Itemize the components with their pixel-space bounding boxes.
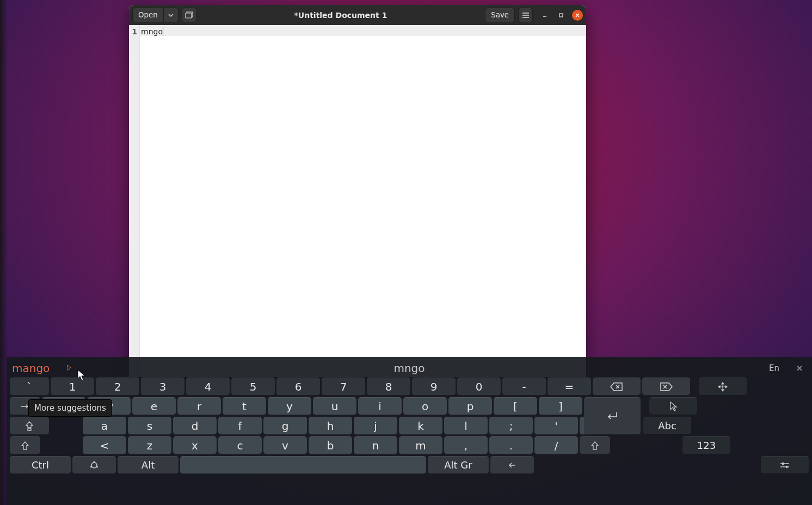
key-super[interactable] bbox=[72, 456, 116, 474]
key-g[interactable]: g bbox=[263, 417, 307, 435]
language-indicator[interactable]: En bbox=[769, 363, 779, 373]
text-area[interactable]: mngo bbox=[140, 25, 586, 377]
key-backspace[interactable] bbox=[593, 378, 641, 396]
line-number-gutter: 1 bbox=[129, 25, 140, 377]
key-backtick[interactable]: ` bbox=[10, 378, 49, 396]
key-6[interactable]: 6 bbox=[276, 378, 320, 396]
key-v[interactable]: v bbox=[263, 436, 307, 454]
key-c[interactable]: c bbox=[218, 436, 262, 454]
svg-point-3 bbox=[93, 461, 95, 463]
key-shift-left[interactable] bbox=[10, 436, 40, 454]
key-alt[interactable]: Alt bbox=[118, 456, 179, 474]
shift-icon bbox=[21, 441, 29, 450]
close-icon bbox=[575, 13, 580, 18]
key-leftbracket[interactable]: [ bbox=[494, 397, 537, 415]
new-tab-icon bbox=[185, 11, 193, 19]
key-a[interactable]: a bbox=[83, 417, 126, 435]
line-number: 1 bbox=[129, 27, 137, 36]
key-h[interactable]: h bbox=[309, 417, 352, 435]
cursor-icon bbox=[669, 401, 678, 412]
new-tab-button[interactable] bbox=[182, 8, 196, 22]
maximize-button[interactable] bbox=[556, 10, 567, 21]
key-minus[interactable]: - bbox=[502, 378, 546, 396]
key-s[interactable]: s bbox=[128, 417, 171, 435]
capslock-icon bbox=[26, 421, 33, 431]
ubuntu-logo-icon bbox=[89, 460, 99, 470]
minimize-button[interactable] bbox=[539, 10, 550, 21]
key-u[interactable]: u bbox=[313, 397, 356, 415]
key-space[interactable] bbox=[180, 456, 426, 474]
key-left[interactable] bbox=[490, 456, 534, 474]
key-click[interactable] bbox=[649, 397, 697, 415]
onscreen-keyboard: mango mngo En More suggestions ` 1 2 3 4… bbox=[7, 357, 812, 505]
key-f[interactable]: f bbox=[218, 417, 262, 435]
tooltip: More suggestions bbox=[28, 399, 112, 417]
key-r[interactable]: r bbox=[177, 397, 221, 415]
key-ctrl[interactable]: Ctrl bbox=[10, 456, 71, 474]
key-layout-abc[interactable]: Abc bbox=[643, 417, 691, 435]
key-layout-123[interactable]: 123 bbox=[682, 436, 730, 454]
save-button[interactable]: Save bbox=[485, 8, 515, 22]
key-quote[interactable]: ' bbox=[534, 417, 578, 435]
key-enter[interactable] bbox=[584, 397, 641, 435]
key-semicolon[interactable]: ; bbox=[489, 417, 533, 435]
shift-icon bbox=[591, 441, 599, 450]
key-shift-right[interactable] bbox=[580, 436, 610, 454]
key-t[interactable]: t bbox=[223, 397, 266, 415]
key-i[interactable]: i bbox=[358, 397, 402, 415]
svg-point-2 bbox=[91, 463, 97, 468]
key-lessthan[interactable]: < bbox=[83, 436, 126, 454]
key-0[interactable]: 0 bbox=[457, 378, 501, 396]
key-8[interactable]: 8 bbox=[367, 378, 410, 396]
headerbar: Open *Untitled Document 1 Save bbox=[129, 5, 586, 25]
key-k[interactable]: k bbox=[399, 417, 442, 435]
key-delete[interactable] bbox=[642, 378, 690, 396]
suggestion-word[interactable]: mango bbox=[12, 362, 50, 375]
key-slash[interactable]: / bbox=[534, 436, 578, 454]
key-1[interactable]: 1 bbox=[51, 378, 94, 396]
close-button[interactable] bbox=[572, 10, 583, 21]
key-settings[interactable] bbox=[761, 456, 809, 474]
gedit-window: Open *Untitled Document 1 Save bbox=[129, 5, 586, 377]
open-button[interactable]: Open bbox=[132, 8, 164, 22]
x-icon bbox=[796, 364, 803, 372]
key-capslock[interactable] bbox=[10, 417, 49, 435]
maximize-icon bbox=[558, 13, 564, 18]
key-n[interactable]: n bbox=[354, 436, 397, 454]
more-suggestions-button[interactable] bbox=[67, 364, 71, 373]
key-equals[interactable]: = bbox=[548, 378, 591, 396]
svg-rect-6 bbox=[782, 463, 784, 465]
key-m[interactable]: m bbox=[399, 436, 442, 454]
key-rightbracket[interactable]: ] bbox=[539, 397, 582, 415]
key-altgr[interactable]: Alt Gr bbox=[428, 456, 489, 474]
editor-area[interactable]: 1 mngo bbox=[129, 25, 586, 377]
key-7[interactable]: 7 bbox=[322, 378, 365, 396]
key-b[interactable]: b bbox=[309, 436, 352, 454]
hide-keyboard-button[interactable] bbox=[792, 363, 807, 374]
move-icon bbox=[717, 381, 728, 392]
key-period[interactable]: . bbox=[489, 436, 533, 454]
key-5[interactable]: 5 bbox=[231, 378, 275, 396]
key-comma[interactable]: , bbox=[444, 436, 488, 454]
svg-rect-1 bbox=[559, 14, 563, 17]
key-3[interactable]: 3 bbox=[141, 378, 184, 396]
key-e[interactable]: e bbox=[132, 397, 176, 415]
key-2[interactable]: 2 bbox=[96, 378, 139, 396]
open-recent-dropdown[interactable] bbox=[164, 8, 179, 22]
svg-point-5 bbox=[96, 466, 98, 467]
suggestion-bar: mango mngo En bbox=[10, 360, 809, 378]
key-move[interactable] bbox=[699, 378, 747, 396]
key-d[interactable]: d bbox=[173, 417, 217, 435]
key-o[interactable]: o bbox=[403, 397, 447, 415]
key-l[interactable]: l bbox=[444, 417, 488, 435]
key-9[interactable]: 9 bbox=[412, 378, 456, 396]
svg-rect-7 bbox=[786, 466, 788, 468]
backspace-icon bbox=[610, 382, 623, 391]
hamburger-menu-button[interactable] bbox=[518, 8, 533, 22]
key-y[interactable]: y bbox=[268, 397, 311, 415]
key-4[interactable]: 4 bbox=[186, 378, 230, 396]
key-p[interactable]: p bbox=[448, 397, 492, 415]
key-z[interactable]: z bbox=[128, 436, 171, 454]
key-x[interactable]: x bbox=[173, 436, 217, 454]
key-j[interactable]: j bbox=[354, 417, 397, 435]
